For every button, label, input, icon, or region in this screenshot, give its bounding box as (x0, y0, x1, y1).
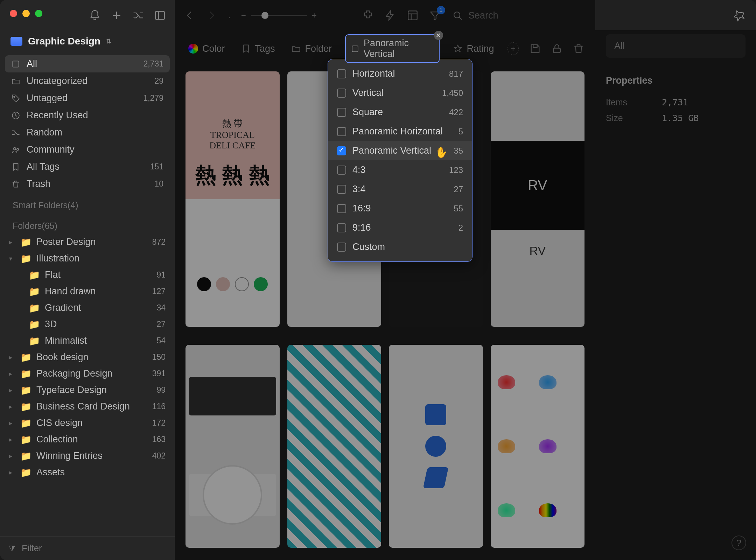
folder-item[interactable]: ▸📁Assets (5, 464, 170, 481)
checkbox[interactable] (337, 243, 346, 252)
add-filter-button[interactable]: + (507, 42, 519, 55)
checkbox[interactable] (337, 69, 346, 78)
filter-chip-folder[interactable]: Folder (288, 41, 335, 56)
section-folders[interactable]: Folders(65) (5, 213, 170, 234)
dropdown-item[interactable]: Panoramic Vertical35 (328, 141, 472, 160)
filter-chip-rating[interactable]: Rating (450, 41, 497, 56)
sidebar-item-recent[interactable]: Recently Used (5, 107, 170, 124)
thumbnail[interactable]: 熱 帶 TROPICAL DELI CAFE 熱 熱 熱 (186, 71, 280, 327)
chevron-icon[interactable]: ▸ (9, 238, 15, 246)
folder-item[interactable]: ▸📁Collection163 (5, 431, 170, 448)
thumbnail[interactable] (287, 345, 382, 548)
sidebar-item-trash[interactable]: Trash 10 (5, 175, 170, 192)
sidebar-item-untagged[interactable]: Untagged 1,279 (5, 90, 170, 107)
dropdown-item[interactable]: 16:955 (328, 199, 472, 218)
folder-item[interactable]: ▸📁Packaging Design391 (5, 365, 170, 382)
layout-icon[interactable] (407, 9, 419, 21)
folder-item[interactable]: 📁Hand drawn127 (5, 283, 170, 300)
library-selector[interactable]: Graphic Design ⇅ (0, 31, 175, 52)
nav-forward-icon[interactable] (206, 9, 218, 21)
zoom-plus-icon[interactable]: + (312, 10, 317, 20)
checkbox[interactable] (337, 108, 346, 117)
chevron-icon[interactable]: ▸ (9, 419, 15, 427)
folder-item[interactable]: ▸📁Typeface Design99 (5, 382, 170, 398)
dropdown-item[interactable]: Panoramic Horizontal5 (328, 122, 472, 141)
chevron-icon[interactable]: ▸ (9, 436, 15, 443)
breadcrumb-dot: . (228, 10, 231, 20)
zoom-minus-icon[interactable]: − (241, 10, 246, 20)
dropdown-item[interactable]: Square422 (328, 103, 472, 122)
filter-button[interactable]: 1 (429, 9, 441, 21)
sidebar-item-random[interactable]: Random (5, 124, 170, 141)
checkbox[interactable] (337, 127, 346, 136)
folder-item[interactable]: 📁Flat91 (5, 267, 170, 283)
folder-item[interactable]: 📁Gradient34 (5, 300, 170, 316)
folder-item[interactable]: ▾📁Illustration (5, 250, 170, 267)
zoom-slider[interactable]: − + (241, 10, 317, 20)
sidebar-item-alltags[interactable]: All Tags 151 (5, 158, 170, 175)
sidebar-filter-input[interactable] (22, 543, 166, 554)
search-field[interactable] (451, 9, 587, 21)
folder-label: Book design (36, 352, 89, 363)
thumbnail[interactable] (389, 345, 483, 548)
dropdown-item[interactable]: Vertical1,450 (328, 83, 472, 103)
selection-all[interactable]: All (606, 34, 746, 58)
slider-track[interactable] (251, 15, 307, 16)
nav-back-icon[interactable] (183, 9, 195, 21)
checkbox[interactable] (337, 204, 346, 213)
checkbox[interactable] (337, 185, 346, 194)
chevron-icon[interactable]: ▸ (9, 403, 15, 411)
folder-item[interactable]: 📁3D27 (5, 316, 170, 332)
folder-item[interactable]: ▸📁Winning Entries402 (5, 448, 170, 464)
sidebar-toggle-icon[interactable] (154, 9, 166, 21)
folder-item[interactable]: ▸📁Poster Design872 (5, 234, 170, 250)
dropdown-item[interactable]: 4:3123 (328, 160, 472, 180)
shuffle-icon[interactable] (132, 9, 144, 21)
slider-thumb[interactable] (261, 12, 268, 19)
filter-chip-label: Panoramic Vertical (364, 38, 434, 59)
search-input[interactable] (468, 10, 587, 21)
fullscreen-window-button[interactable] (35, 10, 42, 17)
dropdown-item[interactable]: Horizontal817 (328, 64, 472, 83)
bell-icon[interactable] (89, 9, 101, 21)
sidebar-filter: ⧩ (0, 536, 175, 560)
folder-item[interactable]: ▸📁Book design150 (5, 349, 170, 365)
chevron-icon[interactable]: ▸ (9, 469, 15, 476)
plus-icon[interactable] (111, 9, 122, 21)
folder-item[interactable]: ▸📁CIS design172 (5, 415, 170, 431)
checkbox[interactable] (337, 146, 346, 155)
folder-item[interactable]: ▸📁Business Card Design116 (5, 398, 170, 415)
minimize-window-button[interactable] (22, 10, 30, 17)
chevron-icon[interactable]: ▸ (9, 370, 15, 378)
dropdown-item[interactable]: Custom (328, 237, 472, 257)
filter-chip-shape[interactable]: Panoramic Vertical ✕ (345, 34, 439, 63)
trash-icon[interactable] (573, 43, 584, 55)
save-filter-icon[interactable] (529, 43, 541, 55)
checkbox[interactable] (337, 166, 346, 175)
extensions-icon[interactable] (362, 9, 374, 21)
sidebar-item-uncategorized[interactable]: Uncategorized 29 (5, 72, 170, 90)
checkbox[interactable] (337, 89, 346, 98)
flash-icon[interactable] (384, 9, 396, 21)
close-window-button[interactable] (10, 10, 17, 17)
folder-item[interactable]: 📁Minimalist54 (5, 332, 170, 349)
chevron-icon[interactable]: ▾ (9, 255, 15, 262)
chevron-icon[interactable]: ▸ (9, 386, 15, 394)
checkbox[interactable] (337, 223, 346, 232)
pin-icon[interactable] (734, 10, 746, 22)
filter-chip-color[interactable]: Color (186, 41, 228, 56)
sidebar-item-community[interactable]: Community (5, 141, 170, 158)
filter-chip-tags[interactable]: Tags (238, 41, 278, 56)
lock-icon[interactable] (551, 43, 563, 55)
chip-close-icon[interactable]: ✕ (434, 31, 443, 40)
sidebar-item-all[interactable]: All 2,731 (5, 55, 170, 72)
chevron-icon[interactable]: ▸ (9, 354, 15, 361)
thumbnail[interactable] (491, 345, 585, 548)
dropdown-item[interactable]: 9:162 (328, 218, 472, 237)
dropdown-item[interactable]: 3:427 (328, 180, 472, 199)
help-button[interactable]: ? (732, 536, 746, 550)
thumbnail[interactable]: RV RV (491, 71, 585, 327)
chevron-icon[interactable]: ▸ (9, 452, 15, 460)
thumbnail[interactable] (186, 345, 280, 548)
section-smart-folders[interactable]: Smart Folders(4) (5, 192, 170, 213)
